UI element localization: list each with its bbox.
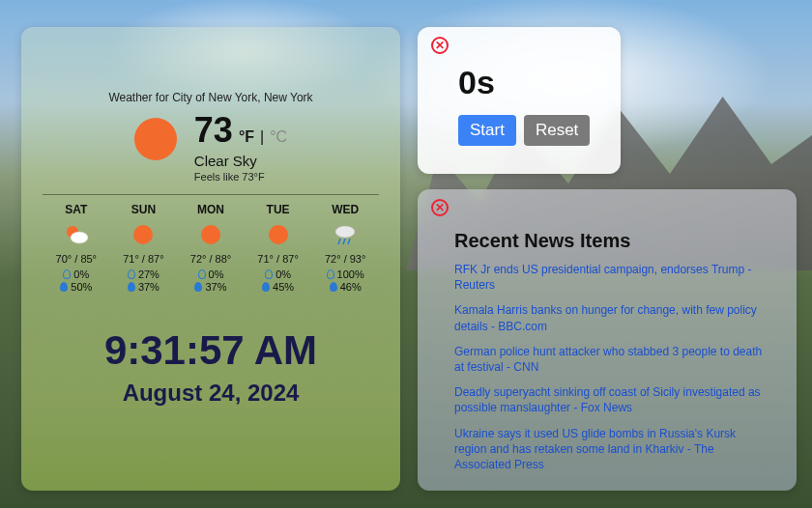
clock-date: August 24, 2024 — [41, 380, 381, 407]
forecast-day-name: SAT — [65, 203, 87, 216]
forecast-temps: 70° / 85° — [56, 253, 97, 265]
forecast-day-name: SUN — [131, 203, 156, 216]
forecast-day: SUN71° / 87°27%37% — [110, 203, 178, 293]
news-item[interactable]: RFK Jr ends US presidential campaign, en… — [454, 262, 766, 293]
weather-condition: Clear Sky — [194, 153, 287, 169]
forecast-temps: 71° / 87° — [257, 253, 298, 265]
forecast-day: WED72° / 93°100%46% — [311, 203, 379, 293]
sunny-icon — [266, 222, 291, 247]
divider — [43, 194, 379, 195]
raindrop-outline-icon — [265, 269, 273, 279]
forecast-humidity: 37% — [194, 281, 226, 293]
news-item[interactable]: Kamala Harris banks on hunger for change… — [454, 302, 766, 333]
forecast-precip: 0% — [265, 268, 291, 280]
raindrop-outline-icon — [327, 269, 334, 279]
news-widget: ✕ Recent News Items RFK Jr ends US presi… — [418, 189, 797, 491]
forecast-precip: 100% — [327, 268, 364, 280]
news-item[interactable]: German police hunt attacker who stabbed … — [454, 344, 766, 375]
stopwatch-elapsed: 0s — [458, 64, 607, 101]
svg-line-4 — [343, 239, 345, 244]
forecast-humidity: 45% — [262, 281, 294, 293]
forecast-temps: 72° / 88° — [190, 253, 231, 265]
raindrop-icon — [128, 282, 135, 292]
news-item[interactable]: Ukraine says it used US glide bombs in R… — [454, 426, 766, 473]
raindrop-icon — [262, 282, 270, 292]
news-list[interactable]: RFK Jr ends US presidential campaign, en… — [454, 262, 783, 472]
forecast-day: MON72° / 88°0%37% — [177, 203, 245, 293]
forecast-humidity: 37% — [128, 281, 160, 293]
clock-widget: 9:31:57 AM August 24, 2024 — [41, 327, 381, 407]
forecast-humidity: 46% — [330, 281, 362, 293]
raindrop-outline-icon — [198, 269, 206, 279]
sunny-icon — [198, 222, 223, 247]
svg-line-3 — [338, 239, 340, 244]
clock-time: 9:31:57 AM — [41, 327, 381, 374]
forecast-day: SAT70° / 85°0%50% — [43, 203, 110, 293]
forecast-row: SAT70° / 85°0%50%SUN71° / 87°27%37%MON72… — [41, 203, 381, 293]
sunny-icon — [130, 222, 156, 247]
raindrop-icon — [330, 282, 337, 292]
forecast-day-name: MON — [197, 203, 224, 216]
svg-point-1 — [71, 232, 88, 243]
raindrop-outline-icon — [128, 269, 135, 279]
unit-separator: | — [260, 128, 264, 146]
forecast-humidity: 50% — [60, 281, 92, 293]
weather-location: Weather for City of New York, New York — [41, 91, 381, 104]
svg-point-2 — [335, 226, 355, 238]
close-icon[interactable]: ✕ — [431, 199, 449, 216]
raindrop-icon — [194, 282, 202, 292]
unit-celsius[interactable]: °C — [270, 128, 287, 146]
rainy-icon — [333, 222, 358, 247]
forecast-precip: 0% — [198, 268, 224, 280]
current-temp: 73 — [194, 110, 233, 151]
news-title: Recent News Items — [454, 230, 783, 252]
raindrop-icon — [60, 282, 68, 292]
weather-widget: Weather for City of New York, New York 7… — [21, 27, 400, 491]
sun-icon — [134, 118, 177, 160]
forecast-precip: 27% — [128, 268, 160, 280]
forecast-day-name: TUE — [267, 203, 290, 216]
current-weather: 73 °F | °C Clear Sky Feels like 73°F — [41, 110, 381, 183]
forecast-precip: 0% — [63, 268, 89, 280]
svg-line-5 — [348, 239, 350, 244]
feels-like: Feels like 73°F — [194, 171, 287, 183]
forecast-day-name: WED — [332, 203, 359, 216]
forecast-temps: 72° / 93° — [325, 253, 365, 265]
forecast-day: TUE71° / 87°0%45% — [245, 203, 312, 293]
raindrop-outline-icon — [63, 269, 71, 279]
stopwatch-widget: ✕ 0s Start Reset — [418, 27, 621, 174]
close-icon[interactable]: ✕ — [431, 37, 449, 54]
partly-cloudy-icon — [64, 222, 89, 247]
news-item[interactable]: Deadly superyacht sinking off coast of S… — [454, 384, 766, 415]
forecast-temps: 71° / 87° — [123, 253, 163, 265]
unit-fahrenheit[interactable]: °F — [239, 128, 254, 146]
start-button[interactable]: Start — [458, 115, 516, 146]
reset-button[interactable]: Reset — [524, 115, 590, 146]
